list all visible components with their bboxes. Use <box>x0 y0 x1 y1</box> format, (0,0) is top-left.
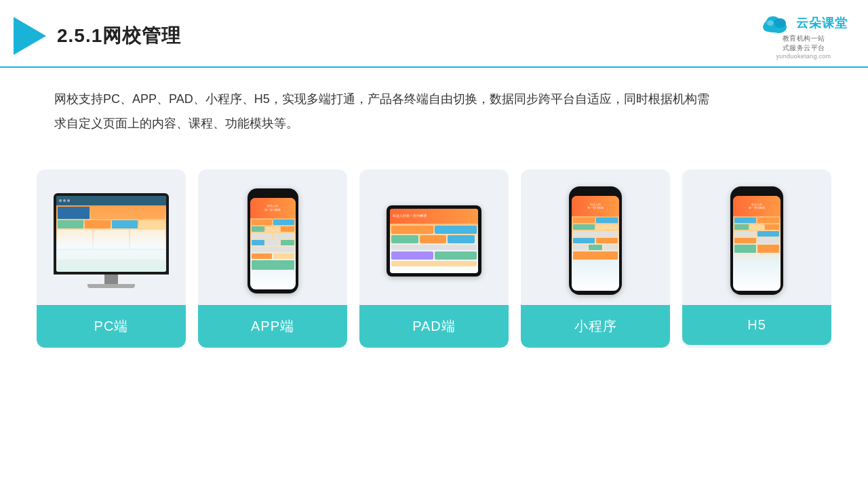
svg-point-4 <box>774 18 786 28</box>
page-title: 2.5.1网校管理 <box>57 23 181 49</box>
title-main: 网校管理 <box>102 25 181 46</box>
card-h5-image: 职达人的第一堂均摊课 <box>682 169 831 305</box>
svg-point-5 <box>767 20 774 26</box>
logo-tagline: 教育机构一站式服务云平台 <box>783 34 825 53</box>
card-pc-label: PC端 <box>37 305 186 348</box>
card-pc: PC端 <box>37 169 186 348</box>
card-pad: 职达人的第一堂均摊课 PAD端 <box>359 169 509 348</box>
card-h5: 职达人的第一堂均摊课 <box>682 169 831 348</box>
logo-url: yunduoketang.com <box>776 53 831 60</box>
description-text: 网校支持PC、APP、PAD、小程序、H5，实现多端打通，产品各终端自由切换，数… <box>0 68 746 142</box>
logo-area: 云朵课堂 教育机构一站式服务云平台 yunduoketang.com <box>760 12 848 60</box>
tablet-mockup: 职达人的第一堂均摊课 <box>387 205 481 277</box>
card-app-image: 职达人的第一堂均摊课 <box>198 169 347 305</box>
card-miniprogram-label: 小程序 <box>521 305 670 348</box>
h5-phone-mockup: 职达人的第一堂均摊课 <box>730 186 783 295</box>
play-icon <box>14 17 46 55</box>
card-h5-label: H5 <box>682 305 831 345</box>
page-header: 2.5.1网校管理 云朵课堂 教育机构一站式服务云平台 yunduoketang… <box>0 0 868 68</box>
header-left: 2.5.1网校管理 <box>14 17 181 55</box>
cloud-icon <box>760 12 792 34</box>
cards-container: PC端 职达人的第一堂均摊课 <box>0 149 868 348</box>
title-prefix: 2.5.1 <box>57 25 102 46</box>
logo-cloud: 云朵课堂 <box>760 12 848 34</box>
card-pad-label: PAD端 <box>359 305 509 348</box>
card-pc-image <box>37 169 186 305</box>
card-app-label: APP端 <box>198 305 347 348</box>
card-miniprogram: 职达人的第一堂均摊课 <box>521 169 670 348</box>
miniprogram-phone-mockup: 职达人的第一堂均摊课 <box>569 186 622 295</box>
pc-mockup <box>54 193 169 288</box>
card-pad-image: 职达人的第一堂均摊课 <box>359 169 509 305</box>
logo-text: 云朵课堂 <box>796 15 848 31</box>
card-app: 职达人的第一堂均摊课 <box>198 169 347 348</box>
app-phone-mockup: 职达人的第一堂均摊课 <box>248 188 298 293</box>
card-miniprogram-image: 职达人的第一堂均摊课 <box>521 169 670 305</box>
